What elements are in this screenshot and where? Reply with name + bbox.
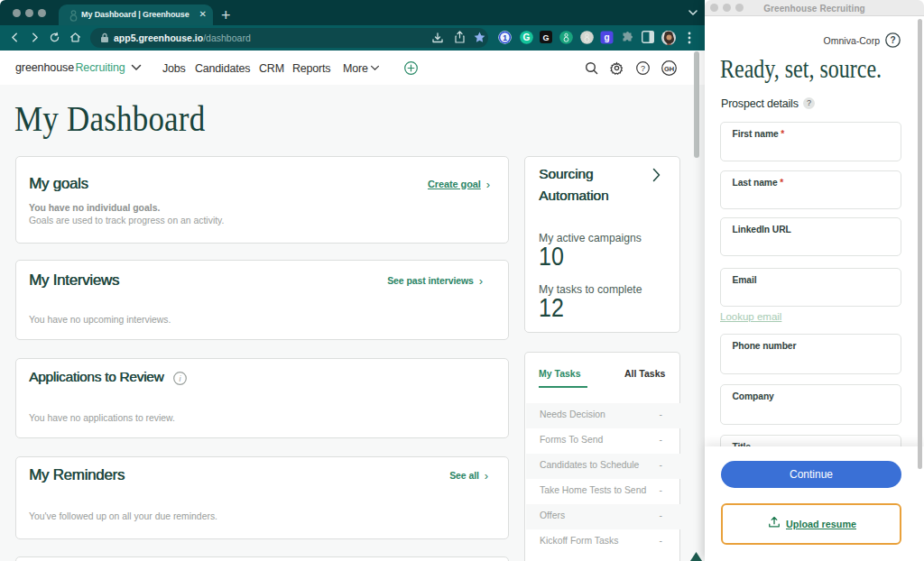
svg-text:G: G — [542, 33, 549, 42]
svg-text:i: i — [180, 374, 182, 383]
svg-text:?: ? — [641, 64, 645, 73]
svg-text:?: ? — [890, 35, 895, 45]
svg-text:1: 1 — [503, 33, 507, 42]
svg-text:G: G — [523, 32, 531, 42]
svg-text:GH: GH — [664, 65, 674, 73]
svg-text:g: g — [604, 32, 609, 42]
